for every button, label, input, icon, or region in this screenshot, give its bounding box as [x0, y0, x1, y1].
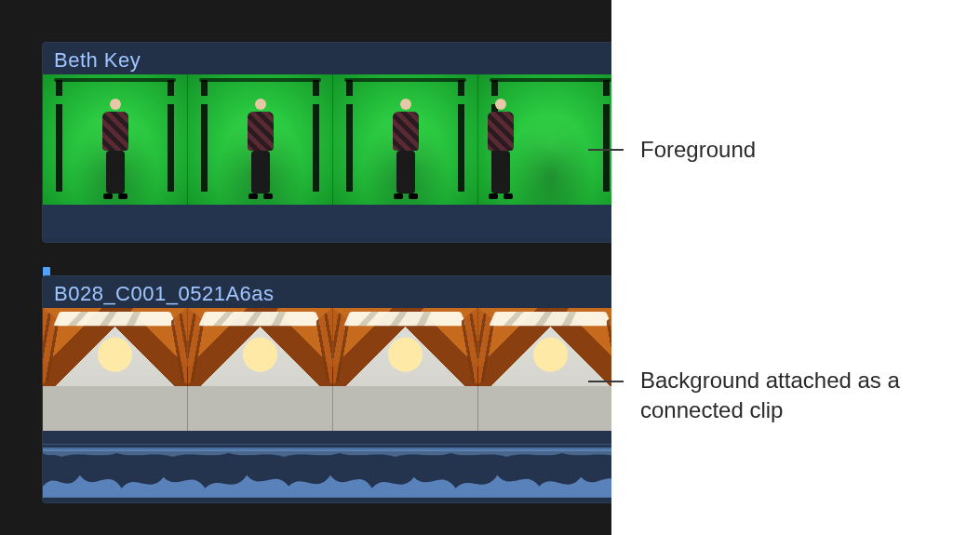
background-clip-title: B028_C001_0521A6as	[43, 276, 611, 308]
thumbnail	[188, 308, 333, 431]
audio-waveform	[43, 431, 611, 498]
thumbnail	[333, 74, 478, 205]
background-clip[interactable]: B028_C001_0521A6as	[42, 275, 611, 503]
annotation-background: Background attached as a connected clip	[588, 366, 920, 426]
foreground-filmstrip	[43, 74, 611, 205]
svg-rect-0	[43, 431, 611, 449]
svg-rect-3	[43, 444, 611, 445]
foreground-clip[interactable]: Beth Key	[42, 42, 611, 243]
annotation-foreground: Foreground	[588, 135, 756, 165]
callout-line	[588, 381, 624, 382]
thumbnail	[333, 308, 478, 431]
thumbnail	[43, 308, 188, 431]
timeline-panel: Beth Key B028_C001_0521A6as	[0, 0, 611, 535]
foreground-clip-title: Beth Key	[43, 43, 611, 74]
callout-line	[588, 149, 624, 151]
clip-footer	[43, 205, 611, 238]
thumbnail	[188, 74, 333, 205]
background-filmstrip	[43, 308, 611, 431]
annotation-text: Background attached as a connected clip	[640, 366, 920, 426]
thumbnail	[43, 74, 188, 205]
annotation-text: Foreground	[640, 135, 756, 165]
